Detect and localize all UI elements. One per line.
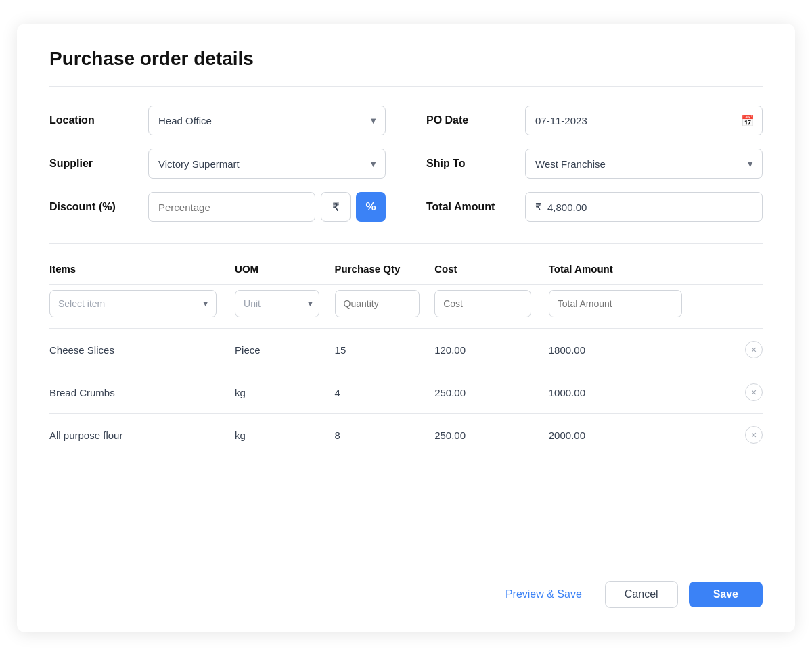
col-header-purchase-qty: Purchase Qty (335, 260, 435, 285)
supplier-label: Supplier (49, 158, 137, 170)
total-cell: 2000.00 (549, 414, 706, 456)
po-date-label: PO Date (426, 114, 514, 126)
col-header-action (706, 260, 763, 285)
item-name-cell: Cheese Slices (49, 329, 235, 371)
supplier-select-wrapper: Victory Supermart ▼ (148, 149, 386, 179)
total-amount-label: Total Amount (426, 201, 514, 213)
cost-cell: 120.00 (434, 329, 549, 371)
rupee-button[interactable]: ₹ (321, 192, 351, 222)
location-label: Location (49, 114, 137, 126)
input-row: Select item ▼ Unit ▼ (49, 285, 763, 329)
location-select-wrapper: Head Office ▼ (148, 106, 386, 135)
cost-cell: 250.00 (434, 414, 549, 456)
cancel-button[interactable]: Cancel (605, 581, 678, 608)
remove-row-button[interactable]: × (745, 383, 763, 401)
uom-cell: kg (235, 371, 335, 414)
discount-controls: ₹ % (148, 192, 386, 222)
po-date-row: PO Date 📅 (426, 106, 763, 135)
total-cell: 1800.00 (549, 329, 706, 371)
purchase-order-modal: Purchase order details Location Head Off… (17, 24, 795, 632)
table-row: Cheese Slices Piece 15 120.00 1800.00 × (49, 329, 763, 371)
save-button[interactable]: Save (689, 582, 763, 607)
total-amount-row: Total Amount ₹ 4,800.00 (426, 192, 763, 222)
ship-to-select-wrapper: West Franchise ▼ (525, 149, 763, 179)
table-row: All purpose flour kg 8 250.00 2000.00 × (49, 414, 763, 456)
total-rupee-symbol: ₹ (535, 201, 542, 213)
uom-cell: kg (235, 414, 335, 456)
footer-actions: Preview & Save Cancel Save (49, 576, 763, 608)
po-date-wrapper: 📅 (525, 106, 763, 135)
discount-row: Discount (%) ₹ % (49, 192, 386, 222)
item-name-cell: Bread Crumbs (49, 371, 235, 414)
item-select[interactable]: Select item (49, 290, 217, 317)
total-amount-field: ₹ 4,800.00 (525, 192, 763, 222)
page-title: Purchase order details (49, 48, 763, 70)
col-header-items: Items (49, 260, 235, 285)
qty-cell: 4 (335, 371, 435, 414)
uom-select[interactable]: Unit (235, 290, 319, 317)
section-divider (49, 243, 763, 244)
po-date-input[interactable] (525, 106, 763, 135)
cost-input[interactable] (434, 290, 531, 317)
ship-to-label: Ship To (426, 158, 514, 170)
qty-cell: 15 (335, 329, 435, 371)
total-amount-value: 4,800.00 (547, 202, 587, 213)
uom-cell: Piece (235, 329, 335, 371)
table-row: Bread Crumbs kg 4 250.00 1000.00 × (49, 371, 763, 414)
location-select[interactable]: Head Office (148, 106, 386, 135)
cost-cell: 250.00 (434, 371, 549, 414)
supplier-select[interactable]: Victory Supermart (148, 149, 386, 179)
preview-save-button[interactable]: Preview & Save (493, 582, 594, 607)
ship-to-row: Ship To West Franchise ▼ (426, 149, 763, 179)
col-header-total-amount: Total Amount (549, 260, 706, 285)
uom-select-wrapper: Unit ▼ (235, 290, 319, 317)
discount-label: Discount (%) (49, 201, 137, 213)
discount-input[interactable] (148, 192, 315, 222)
top-divider (49, 86, 763, 87)
ship-to-select[interactable]: West Franchise (525, 149, 763, 179)
col-header-cost: Cost (434, 260, 549, 285)
items-table: Items UOM Purchase Qty Cost Total Amount… (49, 260, 763, 456)
total-input[interactable] (549, 290, 682, 317)
remove-row-button[interactable]: × (745, 426, 763, 444)
item-name-cell: All purpose flour (49, 414, 235, 456)
location-row: Location Head Office ▼ (49, 106, 386, 135)
total-cell: 1000.00 (549, 371, 706, 414)
qty-cell: 8 (335, 414, 435, 456)
form-grid: Location Head Office ▼ PO Date 📅 Supplie… (49, 106, 763, 222)
percent-button[interactable]: % (356, 192, 386, 222)
qty-input[interactable] (335, 290, 420, 317)
remove-row-button[interactable]: × (745, 341, 763, 358)
item-select-wrapper: Select item ▼ (49, 290, 217, 317)
supplier-row: Supplier Victory Supermart ▼ (49, 149, 386, 179)
col-header-uom: UOM (235, 260, 335, 285)
